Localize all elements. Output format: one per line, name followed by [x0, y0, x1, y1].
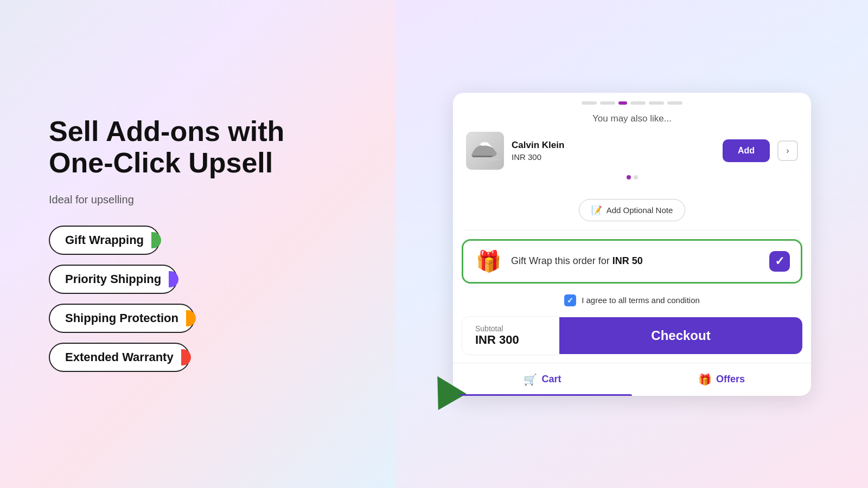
right-panel: You may also like... Calvin Klein INR 30… — [396, 0, 868, 488]
dot-4 — [630, 101, 646, 105]
tag-gift-wrapping[interactable]: Gift Wrapping — [49, 226, 160, 255]
upsell-section: You may also like... Calvin Klein INR 30… — [453, 111, 811, 195]
terms-text: I agree to all terms and condition — [582, 296, 700, 305]
checkout-button[interactable]: Checkout — [559, 317, 802, 354]
addon-tags-list: Gift Wrapping Priority Shipping Shipping… — [49, 226, 353, 372]
nav-tab-cart[interactable]: 🛒 Cart — [453, 363, 632, 396]
dot-6 — [667, 101, 682, 105]
product-info: Calvin Klein INR 300 — [512, 140, 715, 162]
upsell-title: You may also like... — [466, 113, 798, 124]
optional-note-section: 📝 Add Optional Note — [453, 195, 811, 230]
dot-2 — [600, 101, 615, 105]
mini-dot-1 — [627, 175, 631, 179]
tag-extended-warranty[interactable]: Extended Warranty — [49, 343, 190, 372]
subtotal-amount: INR 300 — [475, 333, 546, 347]
mini-dot-2 — [634, 175, 638, 179]
dot-3 — [618, 101, 627, 105]
subtitle: Ideal for upselling — [49, 194, 353, 206]
next-product-arrow[interactable]: › — [777, 140, 798, 161]
upsell-product-row: Calvin Klein INR 300 Add › — [466, 132, 798, 170]
checkout-bar: Subtotal INR 300 Checkout — [462, 316, 802, 355]
add-note-button[interactable]: 📝 Add Optional Note — [579, 199, 686, 221]
offers-icon: 🎁 — [698, 373, 712, 386]
nav-tab-offers[interactable]: 🎁 Offers — [632, 363, 811, 396]
product-name: Calvin Klein — [512, 140, 715, 151]
cart-icon: 🛒 — [524, 373, 537, 386]
mini-pagination-dots — [466, 170, 798, 184]
main-title: Sell Add-ons with One-Click Upsell — [49, 116, 353, 178]
cart-widget: You may also like... Calvin Klein INR 30… — [453, 93, 811, 396]
pagination-dots — [453, 93, 811, 111]
gift-wrap-checkbox[interactable]: ✓ — [769, 251, 790, 272]
divider-1 — [464, 230, 800, 230]
tag-shipping-protection[interactable]: Shipping Protection — [49, 304, 195, 333]
gift-wrap-text: Gift Wrap this order for INR 50 — [511, 255, 761, 267]
note-icon: 📝 — [591, 205, 602, 215]
left-panel: Sell Add-ons with One-Click Upsell Ideal… — [0, 0, 396, 488]
product-price: INR 300 — [512, 152, 715, 162]
dot-5 — [649, 101, 664, 105]
subtotal-label: Subtotal — [475, 324, 546, 333]
add-product-button[interactable]: Add — [723, 139, 770, 162]
gift-wrap-offer[interactable]: 🎁 Gift Wrap this order for INR 50 ✓ — [462, 239, 802, 284]
terms-row: ✓ I agree to all terms and condition — [453, 288, 811, 312]
product-image — [466, 132, 504, 170]
bottom-nav: 🛒 Cart 🎁 Offers — [453, 363, 811, 396]
subtotal-section: Subtotal INR 300 — [462, 316, 559, 355]
tag-priority-shipping[interactable]: Priority Shipping — [49, 265, 177, 294]
dot-1 — [582, 101, 597, 105]
terms-checkbox[interactable]: ✓ — [564, 294, 576, 306]
gift-wrap-icon: 🎁 — [474, 249, 502, 273]
